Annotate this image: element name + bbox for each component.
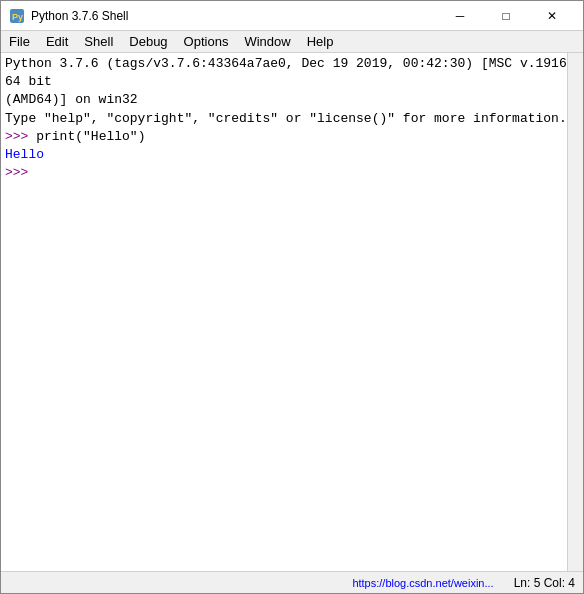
statusbar-position: Ln: 5 Col: 4 — [514, 576, 575, 590]
minimize-button[interactable]: ─ — [437, 1, 483, 31]
output-line-1: Python 3.7.6 (tags/v3.7.6:43364a7ae0, De… — [5, 55, 579, 91]
menu-help[interactable]: Help — [299, 32, 342, 51]
menu-shell[interactable]: Shell — [76, 32, 121, 51]
menu-debug[interactable]: Debug — [121, 32, 175, 51]
maximize-button[interactable]: □ — [483, 1, 529, 31]
statusbar: https://blog.csdn.net/weixin... Ln: 5 Co… — [1, 571, 583, 593]
titlebar: Py Python 3.7.6 Shell ─ □ ✕ — [1, 1, 583, 31]
menu-options[interactable]: Options — [176, 32, 237, 51]
menubar: File Edit Shell Debug Options Window Hel… — [1, 31, 583, 53]
svg-text:Py: Py — [12, 12, 23, 22]
menu-file[interactable]: File — [1, 32, 38, 51]
menu-window[interactable]: Window — [236, 32, 298, 51]
statusbar-url: https://blog.csdn.net/weixin... — [352, 577, 493, 589]
output-hello: Hello — [5, 146, 579, 164]
window: Py Python 3.7.6 Shell ─ □ ✕ File Edit Sh… — [0, 0, 584, 594]
menu-edit[interactable]: Edit — [38, 32, 76, 51]
output-line-3: Type "help", "copyright", "credits" or "… — [5, 110, 579, 128]
scrollbar-vertical[interactable] — [567, 53, 583, 571]
app-icon: Py — [9, 8, 25, 24]
shell-output[interactable]: Python 3.7.6 (tags/v3.7.6:43364a7ae0, De… — [1, 53, 583, 571]
shell-content[interactable]: Python 3.7.6 (tags/v3.7.6:43364a7ae0, De… — [1, 53, 583, 571]
output-line-2: (AMD64)] on win32 — [5, 91, 579, 109]
window-title: Python 3.7.6 Shell — [31, 9, 437, 23]
window-controls: ─ □ ✕ — [437, 1, 575, 31]
prompt-line-2: >>> — [5, 164, 579, 182]
close-button[interactable]: ✕ — [529, 1, 575, 31]
prompt-line-1: >>> print("Hello") — [5, 128, 579, 146]
